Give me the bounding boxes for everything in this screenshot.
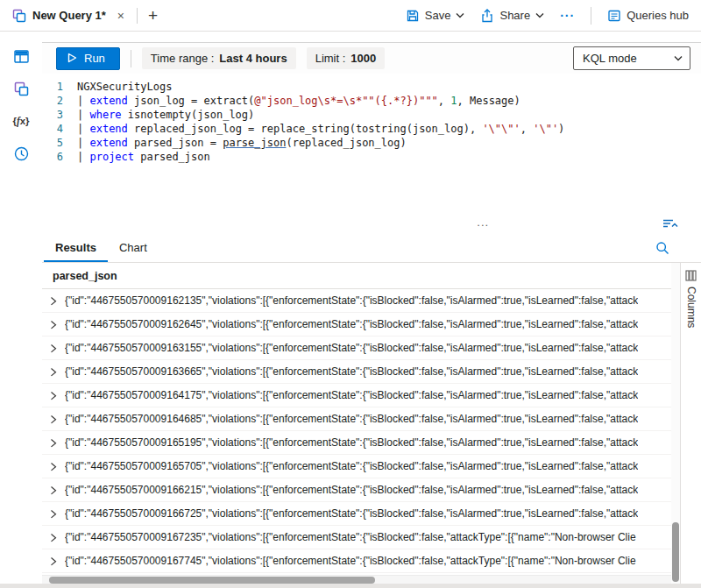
save-icon — [406, 9, 420, 23]
table-row[interactable]: {"id":"4467550570009163155","violations"… — [42, 337, 671, 360]
table-row[interactable]: {"id":"4467550570009164685","violations"… — [42, 407, 671, 431]
search-results-button[interactable] — [655, 241, 669, 255]
row-json-text: {"id":"4467550570009166725","violations"… — [65, 507, 638, 520]
toolbar-divider — [131, 50, 131, 67]
editor-code[interactable]: NGXSecurityLogs| extend json_log = extra… — [63, 80, 564, 216]
table-row[interactable]: {"id":"4467550570009165705","violations"… — [42, 455, 671, 478]
vertical-scrollbar[interactable] — [671, 263, 680, 584]
time-range-value: Last 4 hours — [219, 52, 287, 65]
row-json-text: {"id":"4467550570009165705","violations"… — [65, 460, 638, 472]
line-number: 4 — [42, 122, 63, 136]
left-icon-sidebar: {fx} — [0, 32, 42, 584]
table-row[interactable]: {"id":"4467550570009164175","violations"… — [42, 384, 671, 407]
expand-row-icon[interactable] — [42, 367, 65, 377]
chevron-down-icon — [535, 12, 544, 18]
save-label: Save — [425, 9, 451, 22]
table-row[interactable]: {"id":"4467550570009163665","violations"… — [42, 360, 671, 384]
collapse-editor-icon[interactable] — [662, 216, 678, 230]
results-grid: parsed_json {"id":"4467550570009162135",… — [42, 263, 701, 584]
queries-hub-label: Queries hub — [627, 9, 689, 22]
tab-title: New Query 1* — [32, 9, 106, 22]
expand-row-icon[interactable] — [42, 556, 65, 566]
row-json-text: {"id":"4467550570009165195","violations"… — [65, 436, 638, 449]
row-json-text: {"id":"4467550570009164175","violations"… — [65, 389, 638, 401]
row-json-text: {"id":"4467550570009166215","violations"… — [65, 484, 638, 496]
query-toolbar: Run Time range : Last 4 hours Limit : 10… — [42, 42, 701, 74]
new-tab-button[interactable]: + — [148, 7, 158, 24]
example-queries-icon[interactable] — [11, 78, 32, 99]
expand-row-icon[interactable] — [42, 391, 65, 400]
query-mode-dropdown[interactable]: KQL mode — [573, 46, 690, 70]
columns-icon — [685, 270, 697, 281]
row-json-text: {"id":"4467550570009167235","violations"… — [65, 531, 636, 543]
code-line[interactable]: | extend replaced_json_log = replace_str… — [77, 122, 564, 136]
query-tab[interactable]: New Query 1* × — [11, 0, 126, 31]
query-tab-bar: New Query 1* × + Save Share — [0, 0, 701, 32]
limit-value: 1000 — [350, 52, 376, 65]
expand-row-icon[interactable] — [42, 462, 65, 471]
expand-row-icon[interactable] — [42, 509, 65, 519]
expand-row-icon[interactable] — [42, 438, 65, 448]
horizontal-scrollbar[interactable] — [42, 575, 671, 584]
row-json-text: {"id":"4467550570009163665","violations"… — [65, 365, 638, 378]
tab-results[interactable]: Results — [44, 233, 108, 262]
chevron-down-icon — [456, 12, 464, 18]
results-panel: Results Chart parsed_json {"id":"4467550… — [42, 233, 701, 584]
tab-divider — [137, 8, 138, 24]
table-row[interactable]: {"id":"4467550570009166725","violations"… — [42, 502, 671, 526]
row-json-text: {"id":"4467550570009162645","violations"… — [65, 318, 638, 330]
editor-gutter: 123456 — [42, 80, 63, 216]
vertical-scrollbar-thumb[interactable] — [672, 522, 679, 582]
code-line[interactable]: | extend parsed_json = parse_json(replac… — [77, 136, 564, 150]
queries-hub-button[interactable]: Queries hub — [607, 9, 689, 23]
columns-side-panel-tab[interactable]: Columns — [680, 263, 701, 584]
functions-pane-icon[interactable]: {fx} — [11, 110, 32, 131]
code-line[interactable]: | extend json_log = extract(@"json_log\s… — [77, 94, 564, 108]
expand-row-icon[interactable] — [42, 414, 65, 424]
tab-bar-actions: Save Share ··· Queries hub — [406, 7, 689, 25]
expand-row-icon[interactable] — [42, 320, 65, 329]
row-json-text: {"id":"4467550570009167745","violations"… — [65, 555, 636, 567]
limit-control[interactable]: Limit : 1000 — [307, 47, 386, 69]
tables-pane-icon[interactable] — [11, 46, 32, 67]
row-json-text: {"id":"4467550570009163155","violations"… — [65, 342, 638, 354]
run-button[interactable]: Run — [56, 47, 120, 70]
time-range-picker[interactable]: Time range : Last 4 hours — [142, 47, 296, 69]
close-tab-icon[interactable]: × — [117, 9, 124, 23]
expand-row-icon[interactable] — [42, 485, 65, 495]
column-header-parsed-json[interactable]: parsed_json — [42, 263, 671, 289]
expand-row-icon[interactable] — [42, 533, 65, 542]
kql-editor[interactable]: 123456 NGXSecurityLogs| extend json_log … — [42, 74, 701, 216]
expand-row-icon[interactable] — [42, 296, 65, 306]
chevron-down-icon — [674, 55, 683, 61]
line-number: 1 — [42, 80, 63, 94]
code-line[interactable]: | where isnotempty(json_log) — [77, 108, 564, 122]
code-line[interactable]: | project parsed_json — [77, 150, 564, 164]
columns-panel-label[interactable]: Columns — [685, 287, 697, 328]
save-button[interactable]: Save — [406, 9, 465, 23]
share-label: Share — [499, 9, 530, 22]
query-mode-value: KQL mode — [583, 52, 637, 65]
app-window: New Query 1* × + Save Share — [0, 0, 701, 588]
row-json-text: {"id":"4467550570009164685","violations"… — [65, 413, 638, 425]
table-row[interactable]: {"id":"4467550570009167745","violations"… — [42, 549, 671, 573]
row-json-text: {"id":"4467550570009162135","violations"… — [65, 294, 638, 307]
more-actions-button[interactable]: ··· — [560, 9, 575, 23]
tab-chart[interactable]: Chart — [108, 233, 159, 262]
share-button[interactable]: Share — [480, 9, 544, 23]
table-row[interactable]: {"id":"4467550570009165195","violations"… — [42, 431, 671, 455]
table-row[interactable]: {"id":"4467550570009162645","violations"… — [42, 313, 671, 337]
table-row[interactable]: {"id":"4467550570009166215","violations"… — [42, 478, 671, 502]
splitter-handle[interactable]: ... — [477, 216, 489, 229]
time-range-label: Time range : — [151, 52, 215, 65]
code-line[interactable]: NGXSecurityLogs — [77, 80, 564, 94]
table-row[interactable]: {"id":"4467550570009167235","violations"… — [42, 526, 671, 549]
line-number: 6 — [42, 150, 63, 164]
query-history-icon[interactable] — [11, 143, 32, 164]
results-tab-bar: Results Chart — [42, 233, 701, 263]
table-row[interactable]: {"id":"4467550570009162135","violations"… — [42, 289, 671, 313]
expand-row-icon[interactable] — [42, 344, 65, 353]
editor-results-splitter[interactable]: ... — [42, 216, 701, 233]
horizontal-scrollbar-thumb[interactable] — [49, 577, 375, 584]
share-icon — [480, 9, 494, 23]
